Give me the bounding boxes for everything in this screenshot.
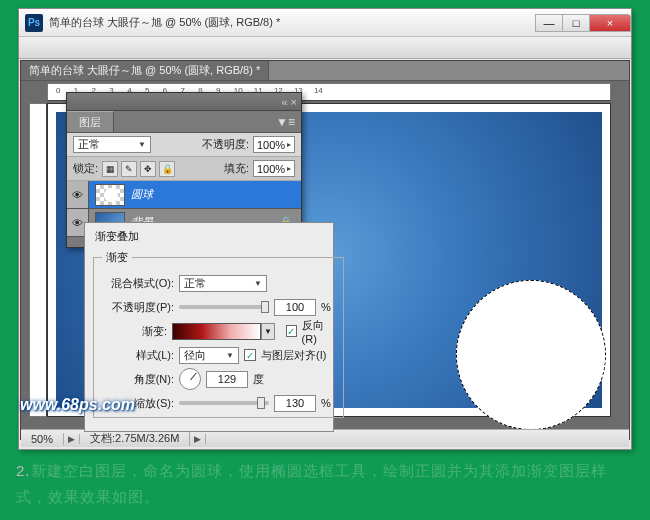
layer-row-circle[interactable]: 👁 圆球 xyxy=(67,181,301,209)
panel-menu-icon[interactable]: ▼≡ xyxy=(276,115,301,129)
ruler-vertical xyxy=(29,103,47,417)
lock-pixels-icon[interactable]: ✎ xyxy=(121,161,137,177)
caption: 2.新建空白图层，命名为圆球，使用椭圆选框工具，绘制正圆并为其添加渐变图层样式，… xyxy=(16,458,630,510)
caption-text: 新建空白图层，命名为圆球，使用椭圆选框工具，绘制正圆并为其添加渐变图层样式，效果… xyxy=(16,462,607,505)
zoom-level[interactable]: 50% xyxy=(21,433,64,445)
gradient-label: 渐变: xyxy=(102,324,167,339)
style-label: 样式(L): xyxy=(102,348,174,363)
blend-mode-select[interactable]: 正常 ▼ xyxy=(179,275,267,292)
document-tab[interactable]: 简单的台球 大眼仔～旭 @ 50% (圆球, RGB/8) * xyxy=(21,61,269,80)
opacity-input[interactable]: 100% ▸ xyxy=(253,136,295,153)
reverse-label: 反向(R) xyxy=(302,318,336,345)
align-checkbox[interactable]: ✓ xyxy=(244,349,256,361)
blend-mode-label: 混合模式(O): xyxy=(102,276,174,291)
lock-icons: ▦ ✎ ✥ 🔒 xyxy=(102,161,175,177)
panel-header[interactable]: « × xyxy=(67,93,301,111)
scale-input[interactable]: 130 xyxy=(274,395,316,412)
chevron-down-icon: ▼ xyxy=(254,279,262,288)
section-title: 渐变叠加 xyxy=(85,223,333,244)
lock-all-icon[interactable]: 🔒 xyxy=(159,161,175,177)
collapse-icon[interactable]: « × xyxy=(281,96,297,108)
circle-selection xyxy=(456,280,606,430)
status-arrow-icon[interactable]: ▶ xyxy=(190,434,206,444)
menubar xyxy=(19,37,631,59)
gradient-dropdown-icon[interactable]: ▼ xyxy=(261,323,275,340)
opacity-label: 不透明度(P): xyxy=(102,300,174,315)
doc-size: 文档:2.75M/3.26M xyxy=(80,431,190,446)
caption-number: 2. xyxy=(16,462,31,479)
blend-row: 正常 ▼ 不透明度: 100% ▸ xyxy=(67,133,301,157)
angle-input[interactable]: 129 xyxy=(206,371,248,388)
lock-row: 锁定: ▦ ✎ ✥ 🔒 填充: 100% ▸ xyxy=(67,157,301,181)
reverse-checkbox[interactable]: ✓ xyxy=(286,325,297,337)
fill-input[interactable]: 100% ▸ xyxy=(253,160,295,177)
lock-position-icon[interactable]: ✥ xyxy=(140,161,156,177)
lock-label: 锁定: xyxy=(73,161,98,176)
align-label: 与图层对齐(I) xyxy=(261,348,326,363)
lock-transparent-icon[interactable]: ▦ xyxy=(102,161,118,177)
titlebar: Ps 简单的台球 大眼仔～旭 @ 50% (圆球, RGB/8) * — □ × xyxy=(19,9,631,37)
scale-slider[interactable] xyxy=(179,401,269,405)
style-select[interactable]: 径向 ▼ xyxy=(179,347,239,364)
close-button[interactable]: × xyxy=(589,14,631,32)
chevron-down-icon: ▸ xyxy=(287,140,291,149)
layer-name[interactable]: 圆球 xyxy=(131,187,301,202)
fill-label: 填充: xyxy=(224,161,249,176)
layers-tab[interactable]: 图层 xyxy=(67,111,114,132)
pct-unit: % xyxy=(321,397,331,409)
pct-unit: % xyxy=(321,301,331,313)
layer-thumb xyxy=(95,184,125,206)
maximize-button[interactable]: □ xyxy=(562,14,590,32)
gradient-picker[interactable]: ▼ xyxy=(172,323,261,340)
watermark: www.68ps.com xyxy=(20,396,135,414)
app-icon: Ps xyxy=(25,14,43,32)
angle-label: 角度(N): xyxy=(102,372,174,387)
opacity-label: 不透明度: xyxy=(202,137,249,152)
visibility-icon[interactable]: 👁 xyxy=(67,181,89,208)
angle-unit: 度 xyxy=(253,372,264,387)
angle-dial[interactable] xyxy=(179,368,201,390)
chevron-down-icon: ▼ xyxy=(138,140,146,149)
opacity-slider[interactable] xyxy=(179,305,269,309)
document-tabs: 简单的台球 大眼仔～旭 @ 50% (圆球, RGB/8) * xyxy=(21,61,629,81)
subsection-title: 渐变 xyxy=(102,250,132,265)
gradient-fieldset: 渐变 混合模式(O): 正常 ▼ 不透明度(P): 100 % 渐变: ▼ ✓ … xyxy=(93,250,344,418)
zoom-arrow-icon[interactable]: ▶ xyxy=(64,434,80,444)
blend-mode-select[interactable]: 正常 ▼ xyxy=(73,136,151,153)
chevron-down-icon: ▼ xyxy=(226,351,234,360)
opacity-input[interactable]: 100 xyxy=(274,299,316,316)
window-title: 简单的台球 大眼仔～旭 @ 50% (圆球, RGB/8) * xyxy=(49,15,536,30)
minimize-button[interactable]: — xyxy=(535,14,563,32)
panel-tabs: 图层 ▼≡ xyxy=(67,111,301,133)
chevron-down-icon: ▸ xyxy=(287,164,291,173)
